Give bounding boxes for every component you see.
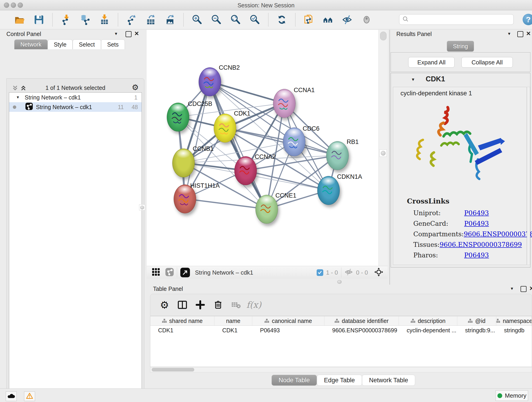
control-panel-float-icon[interactable] bbox=[126, 31, 132, 37]
crosslink-value-link[interactable]: P06493 bbox=[464, 220, 489, 227]
first-neighbors-icon[interactable] bbox=[302, 13, 315, 26]
crosslink-value-link[interactable]: 9606.ENSP00000378699 bbox=[440, 241, 522, 249]
delete-column-icon[interactable] bbox=[211, 298, 225, 312]
zoom-in-icon[interactable] bbox=[191, 13, 203, 26]
network-node-RB1[interactable] bbox=[326, 141, 349, 170]
crosslink-label: Tissues: bbox=[413, 241, 440, 249]
network-collection-row[interactable]: ▼ String Network – cdk1 1 bbox=[9, 93, 142, 102]
table-header-row: shared namenamecanonical namedatabase id… bbox=[150, 316, 532, 326]
network-collection-label: String Network – cdk1 bbox=[25, 94, 81, 101]
table-scrollbar-thumb[interactable] bbox=[152, 368, 194, 371]
export-image-icon[interactable] bbox=[164, 13, 177, 26]
network-row[interactable]: String Network – cdk1 11 48 bbox=[9, 102, 142, 112]
tab-sets[interactable]: Sets bbox=[101, 39, 125, 49]
table-gear-icon[interactable]: ⚙ bbox=[157, 298, 172, 312]
results-panel-close-icon[interactable]: ✕ bbox=[526, 30, 531, 37]
expand-all-button[interactable]: Expand All bbox=[408, 57, 455, 68]
selected-checkbox-icon[interactable] bbox=[317, 269, 323, 276]
table-horizontal-scrollbar[interactable] bbox=[150, 367, 532, 372]
network-scrollbar-thumb[interactable] bbox=[380, 32, 386, 40]
tab-string[interactable]: String bbox=[447, 41, 474, 51]
import-network-file-icon[interactable] bbox=[60, 13, 72, 26]
network-canvas[interactable]: CCNB2CCNA1CDC25BCDK1CDC6RB1CCNB1CCNA2CDK… bbox=[147, 30, 379, 266]
open-session-icon[interactable] bbox=[13, 13, 26, 26]
crosslink-value-link[interactable]: P06493 bbox=[464, 251, 489, 259]
network-node-CCNB2[interactable] bbox=[199, 67, 221, 96]
column-header-name[interactable]: name bbox=[215, 316, 252, 325]
share-view-icon[interactable] bbox=[165, 268, 174, 277]
hide-selected-icon[interactable] bbox=[341, 13, 354, 26]
function-builder-icon[interactable]: f(x) bbox=[247, 298, 261, 312]
detach-view-icon[interactable] bbox=[180, 268, 190, 277]
control-panel-body: 1 of 1 Network selected ⚙ ▼ String Netwo… bbox=[6, 78, 144, 402]
table-row[interactable]: CDK1CDK1P064939606.ENSP00000378699cyclin… bbox=[150, 326, 532, 335]
tab-edge-table[interactable]: Edge Table bbox=[317, 375, 362, 386]
toolbar-separator bbox=[295, 13, 296, 26]
delete-table-icon[interactable] bbox=[229, 298, 243, 312]
namespace-icon bbox=[496, 318, 500, 324]
results-scrollbar[interactable] bbox=[527, 87, 530, 265]
column-header--id[interactable]: @id bbox=[457, 316, 496, 325]
network-node-CDKN1A[interactable] bbox=[317, 176, 340, 205]
table-panel-collapse-icon[interactable]: ▼ bbox=[510, 287, 514, 291]
zoom-selected-icon[interactable] bbox=[248, 13, 261, 26]
right-splitter-handle[interactable] bbox=[380, 149, 387, 157]
zoom-fit-icon[interactable] bbox=[229, 13, 242, 26]
network-node-CDC6[interactable] bbox=[283, 128, 305, 156]
network-scrollbar[interactable] bbox=[379, 30, 388, 266]
network-node-CDK1[interactable] bbox=[214, 114, 236, 143]
left-splitter-handle[interactable] bbox=[139, 204, 145, 211]
column-header-database-identifier[interactable]: database identifier bbox=[324, 316, 399, 325]
grid-view-icon[interactable] bbox=[152, 268, 160, 277]
show-all-icon[interactable] bbox=[360, 13, 373, 26]
network-node-CCNA2[interactable] bbox=[234, 156, 257, 185]
zoom-out-icon[interactable] bbox=[210, 13, 223, 26]
tab-network-table[interactable]: Network Table bbox=[362, 375, 415, 386]
table-panel-float-icon[interactable] bbox=[520, 286, 526, 292]
search-input[interactable] bbox=[409, 16, 508, 23]
group-nodes-icon[interactable] bbox=[322, 13, 335, 26]
horizontal-splitter-handle[interactable] bbox=[337, 280, 342, 284]
tab-network[interactable]: Network bbox=[14, 39, 48, 49]
control-panel-collapse-icon[interactable]: ▼ bbox=[114, 32, 118, 36]
network-node-CCNE1[interactable] bbox=[255, 195, 278, 224]
results-panel-float-icon[interactable] bbox=[517, 31, 523, 37]
tab-select[interactable]: Select bbox=[73, 39, 101, 49]
network-node-CDC25B[interactable] bbox=[167, 103, 189, 132]
table-panel-close-icon[interactable]: ✕ bbox=[529, 285, 532, 292]
column-header-namespace[interactable]: namespace bbox=[496, 316, 532, 325]
save-session-icon[interactable] bbox=[32, 13, 45, 26]
tree-expand-icon[interactable]: ▼ bbox=[16, 95, 20, 99]
network-node-CCNB1[interactable] bbox=[172, 148, 195, 177]
import-network-database-icon[interactable] bbox=[79, 13, 92, 26]
export-network-icon[interactable] bbox=[125, 13, 138, 26]
tab-style[interactable]: Style bbox=[48, 39, 73, 49]
tab-node-table[interactable]: Node Table bbox=[272, 375, 317, 386]
node-section-collapse-icon[interactable]: ▼ bbox=[411, 77, 415, 82]
network-node-CCNA1[interactable] bbox=[273, 89, 296, 118]
node-label-CCNA2: CCNA2 bbox=[255, 153, 276, 160]
crosslink-value-link[interactable]: P06493 bbox=[464, 209, 489, 217]
warnings-button[interactable] bbox=[24, 391, 35, 401]
hidden-eye-icon[interactable] bbox=[345, 268, 353, 277]
export-table-icon[interactable] bbox=[144, 13, 157, 26]
column-header-description[interactable]: description bbox=[399, 316, 457, 325]
control-panel-close-icon[interactable]: ✕ bbox=[134, 30, 139, 37]
memory-button[interactable]: Memory bbox=[496, 390, 528, 401]
crosslink-value-link[interactable]: 9606.ENSP00000378699 bbox=[464, 230, 532, 238]
add-column-icon[interactable] bbox=[193, 298, 208, 312]
column-header-canonical-name[interactable]: canonical name bbox=[252, 316, 324, 325]
protein-thumbnail-icon bbox=[277, 96, 292, 111]
cloud-status-button[interactable] bbox=[6, 391, 17, 401]
protein-thumbnail-icon bbox=[170, 110, 185, 125]
collapse-all-button[interactable]: Collapse All bbox=[462, 57, 513, 68]
column-header-shared-name[interactable]: shared name bbox=[150, 316, 215, 325]
import-table-icon[interactable] bbox=[98, 13, 111, 26]
results-panel-collapse-icon[interactable]: ▼ bbox=[507, 32, 511, 36]
network-options-gear-icon[interactable]: ⚙ bbox=[132, 83, 139, 92]
search-box[interactable] bbox=[399, 14, 514, 25]
show-columns-icon[interactable] bbox=[175, 298, 190, 312]
refresh-icon[interactable] bbox=[275, 13, 288, 26]
toolbar-separator bbox=[52, 13, 53, 26]
fit-selected-crosshair-icon[interactable] bbox=[374, 267, 384, 278]
